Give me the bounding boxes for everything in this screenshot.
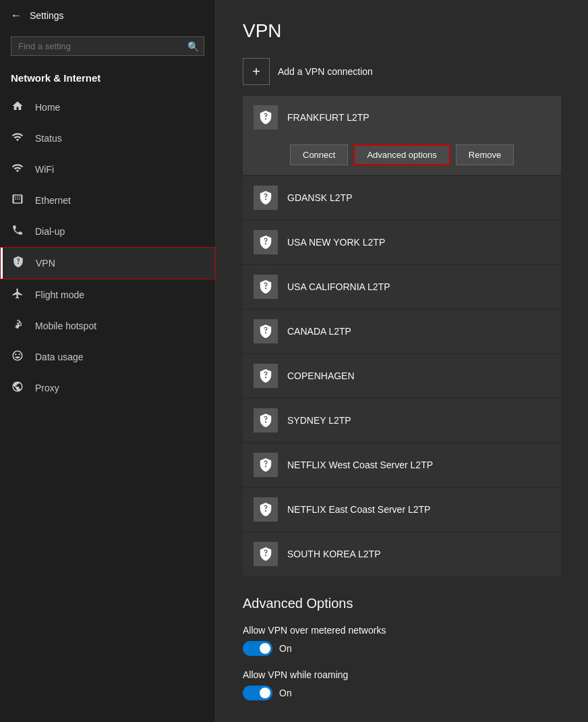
sidebar-item-flight[interactable]: Flight mode: [0, 279, 215, 310]
vpn-item-icon: [254, 186, 278, 210]
status-icon: [11, 131, 24, 146]
sidebar-item-ethernet[interactable]: Ethernet: [0, 185, 215, 216]
sidebar-item-status[interactable]: Status: [0, 123, 215, 154]
vpn-item-gdansk[interactable]: GDANSK L2TP: [243, 176, 561, 219]
hotspot-icon: [11, 318, 24, 333]
vpn-item-usa-ca[interactable]: USA CALIFORNIA L2TP: [243, 265, 561, 308]
connect-button[interactable]: Connect: [290, 144, 348, 165]
sidebar-label-flight: Flight mode: [35, 289, 84, 300]
vpn-name-netflix-east: NETFLIX East Coast Server L2TP: [287, 504, 430, 515]
vpn-item-icon: [254, 319, 278, 343]
vpn-row-frankfurt: FRANKFURT L2TP: [254, 105, 550, 130]
sidebar-item-home[interactable]: Home: [0, 92, 215, 123]
sidebar-label-datausage: Data usage: [35, 352, 84, 362]
vpn-actions-frankfurt: Connect Advanced options Remove: [254, 139, 514, 165]
toggle-label-metered: Allow VPN over metered networks: [243, 625, 561, 636]
back-button[interactable]: ←: [11, 9, 22, 22]
vpn-item-frankfurt[interactable]: FRANKFURT L2TP Connect Advanced options …: [243, 96, 561, 175]
search-icon: 🔍: [187, 41, 199, 52]
advanced-options-button[interactable]: Advanced options: [353, 144, 450, 165]
sidebar-label-hotspot: Mobile hotspot: [35, 321, 96, 331]
sidebar-header: ← Settings: [0, 0, 215, 31]
dialup-icon: [11, 224, 24, 239]
sidebar-label-dialup: Dial-up: [35, 226, 65, 237]
vpn-name-canada: CANADA L2TP: [287, 326, 351, 337]
vpn-name-sydney: SYDNEY L2TP: [287, 415, 351, 426]
sidebar-label-wifi: WiFi: [35, 164, 54, 175]
vpn-list: FRANKFURT L2TP Connect Advanced options …: [243, 96, 561, 576]
search-input[interactable]: [11, 36, 204, 56]
sidebar-item-hotspot[interactable]: Mobile hotspot: [0, 310, 215, 341]
vpn-name-netflix-west: NETFLIX West Coast Server L2TP: [287, 460, 433, 470]
sidebar-label-ethernet: Ethernet: [35, 195, 71, 206]
vpn-item-icon: [254, 364, 278, 388]
vpn-name-south-korea: SOUTH KOREA L2TP: [287, 549, 380, 559]
datausage-icon: [11, 350, 24, 364]
sidebar: ← Settings 🔍 Network & Internet Home Sta…: [0, 0, 216, 722]
toggle-row-roaming: Allow VPN while roaming On: [243, 669, 561, 700]
vpn-item-usa-ny[interactable]: USA NEW YORK L2TP: [243, 221, 561, 264]
toggle-control-metered: On: [243, 641, 561, 656]
vpn-item-icon: [254, 497, 278, 522]
sidebar-item-dialup[interactable]: Dial-up: [0, 216, 215, 247]
vpn-item-icon: [254, 105, 278, 130]
sidebar-label-status: Status: [35, 133, 62, 144]
vpn-icon: [11, 256, 25, 271]
vpn-item-icon: [254, 408, 278, 433]
sidebar-label-vpn: VPN: [36, 258, 55, 269]
flight-icon: [11, 287, 24, 302]
add-vpn-button[interactable]: + Add a VPN connection: [243, 58, 373, 85]
search-box: 🔍: [11, 36, 204, 56]
sidebar-label-home: Home: [35, 102, 60, 113]
ethernet-icon: [11, 193, 24, 208]
home-icon: [11, 100, 24, 115]
advanced-options-title: Advanced Options: [243, 596, 561, 611]
vpn-name-copenhagen: COPENHAGEN: [287, 370, 355, 381]
vpn-item-canada[interactable]: CANADA L2TP: [243, 310, 561, 353]
vpn-item-icon: [254, 275, 278, 299]
vpn-item-netflix-west[interactable]: NETFLIX West Coast Server L2TP: [243, 443, 561, 487]
vpn-name-usa-ca: USA CALIFORNIA L2TP: [287, 281, 390, 292]
advanced-options-section: Advanced Options Allow VPN over metered …: [243, 596, 561, 700]
page-title: VPN: [243, 20, 561, 42]
proxy-icon: [11, 381, 24, 395]
toggle-label-roaming: Allow VPN while roaming: [243, 669, 561, 680]
sidebar-label-proxy: Proxy: [35, 383, 59, 393]
vpn-item-netflix-east[interactable]: NETFLIX East Coast Server L2TP: [243, 488, 561, 531]
vpn-item-icon: [254, 542, 278, 566]
window-title: Settings: [30, 10, 64, 21]
main-content: VPN + Add a VPN connection FRANKFURT L2T…: [216, 0, 588, 722]
vpn-item-icon: [254, 230, 278, 254]
vpn-name-frankfurt: FRANKFURT L2TP: [287, 112, 370, 123]
toggle-switch-roaming[interactable]: [243, 686, 272, 700]
vpn-name-gdansk: GDANSK L2TP: [287, 192, 352, 203]
vpn-item-copenhagen[interactable]: COPENHAGEN: [243, 354, 561, 397]
sidebar-item-vpn[interactable]: VPN: [0, 247, 215, 279]
vpn-item-south-korea[interactable]: SOUTH KOREA L2TP: [243, 532, 561, 576]
sidebar-item-wifi[interactable]: WiFi: [0, 154, 215, 185]
add-icon: +: [243, 58, 270, 85]
add-vpn-label: Add a VPN connection: [278, 66, 373, 77]
remove-button[interactable]: Remove: [456, 144, 514, 165]
toggle-state-metered: On: [279, 643, 292, 654]
toggle-row-metered: Allow VPN over metered networks On: [243, 625, 561, 656]
sidebar-item-proxy[interactable]: Proxy: [0, 372, 215, 404]
toggle-control-roaming: On: [243, 686, 561, 700]
sidebar-section-title: Network & Internet: [0, 67, 215, 92]
wifi-icon: [11, 162, 24, 177]
toggle-switch-metered[interactable]: [243, 641, 272, 656]
vpn-name-usa-ny: USA NEW YORK L2TP: [287, 237, 385, 248]
toggle-state-roaming: On: [279, 688, 292, 698]
sidebar-item-datausage[interactable]: Data usage: [0, 341, 215, 372]
vpn-item-icon: [254, 453, 278, 477]
vpn-item-sydney[interactable]: SYDNEY L2TP: [243, 399, 561, 442]
